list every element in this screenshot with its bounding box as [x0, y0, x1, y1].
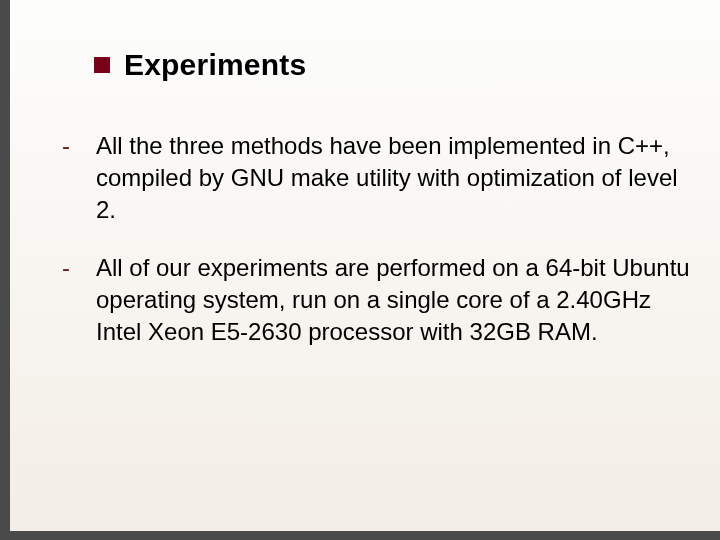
list-text: All of our experiments are performed on …: [96, 252, 690, 348]
left-edge-bar: [0, 0, 10, 540]
slide: Experiments - All the three methods have…: [0, 0, 720, 540]
heading-title: Experiments: [124, 48, 306, 82]
list-marker: -: [60, 130, 96, 162]
list-text: All the three methods have been implemen…: [96, 130, 690, 226]
heading: Experiments: [94, 48, 306, 82]
list-item: - All the three methods have been implem…: [60, 130, 690, 226]
bullet-square-icon: [94, 57, 110, 73]
body: - All the three methods have been implem…: [60, 130, 690, 374]
bottom-edge-bar: [0, 531, 720, 540]
list-item: - All of our experiments are performed o…: [60, 252, 690, 348]
list-marker: -: [60, 252, 96, 284]
